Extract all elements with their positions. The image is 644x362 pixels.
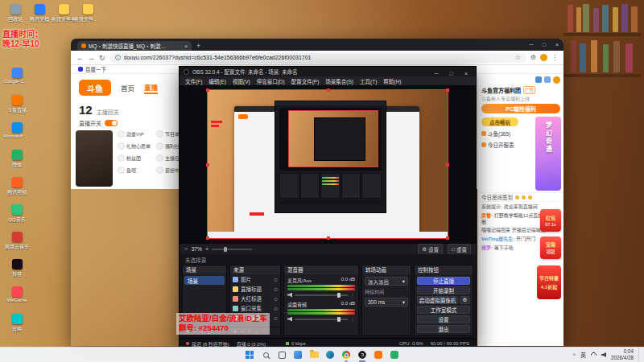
obs-close-button[interactable]: ×: [460, 71, 472, 76]
extensions-icon[interactable]: ⚙: [530, 54, 536, 61]
show-desktop-button[interactable]: [638, 348, 641, 362]
obs-taskbar-button[interactable]: [357, 350, 367, 360]
bookmark-star-icon[interactable]: ☆: [515, 54, 521, 61]
studio-mode-button[interactable]: 工作室模式: [417, 306, 470, 314]
input-language-button[interactable]: 英: [580, 351, 586, 359]
nav-home[interactable]: 首页: [121, 83, 134, 93]
edge-taskbar-button[interactable]: [325, 350, 335, 360]
douyu-taskbar-button[interactable]: [374, 350, 383, 360]
visibility-eye-icon[interactable]: ⊙: [274, 296, 278, 302]
bookmark-item[interactable]: 百度一下: [85, 65, 106, 73]
desktop-icon-qq-music[interactable]: QQ音乐: [3, 204, 31, 223]
preview-settings-button[interactable]: ⚙设置: [418, 244, 443, 255]
live-switch-toggle[interactable]: [105, 120, 118, 126]
daily-signin-row[interactable]: 今日房间签到: [478, 192, 564, 202]
menu-edit[interactable]: 编辑(E): [208, 77, 226, 85]
header-app-icon[interactable]: [544, 76, 551, 83]
desktop-icon-wegame[interactable]: WeGame: [3, 286, 31, 302]
menu-file[interactable]: 文件(F): [185, 77, 202, 85]
volume-icon[interactable]: [601, 352, 606, 357]
grid-item[interactable]: 鱼吧: [118, 167, 155, 174]
desktop-icon-folder2[interactable]: 新建文件夹 (2): [74, 4, 101, 23]
treasure-box-widget[interactable]: 宝箱领取: [540, 237, 561, 259]
search-button[interactable]: [261, 350, 270, 360]
forward-icon[interactable]: →: [88, 54, 95, 62]
new-tab-button[interactable]: +: [196, 42, 200, 50]
menu-help[interactable]: 帮助(H): [383, 77, 401, 85]
transition-select[interactable]: 淡入淡出▾: [365, 277, 408, 286]
file-explorer-button[interactable]: [309, 350, 319, 360]
settings-button[interactable]: 设置: [417, 315, 470, 323]
source-item[interactable]: 图片⊙: [230, 274, 280, 284]
visibility-eye-icon[interactable]: ⊙: [274, 277, 278, 282]
task-view-button[interactable]: [277, 350, 287, 360]
red-envelope-widget[interactable]: 红包67.1s: [540, 209, 561, 232]
zoom-slider[interactable]: [212, 249, 252, 250]
speaker-icon[interactable]: [287, 317, 292, 322]
reload-icon[interactable]: ↻: [99, 54, 105, 62]
start-virtual-camera-button[interactable]: 启动虚拟摄像机: [417, 296, 458, 304]
wifi-icon[interactable]: [590, 351, 598, 359]
visibility-eye-icon[interactable]: ⊙: [274, 315, 278, 321]
sale-banner[interactable]: 节日特惠4.1折起: [537, 265, 561, 299]
game-side-banner[interactable]: 梦幻奇遇: [535, 117, 561, 191]
obs-titlebar[interactable]: OBS 32.0.4 - 配置文件: 未命名 - 场景: 未命名 ─ □ ×: [180, 67, 476, 76]
desktop-icon-docs[interactable]: 腾讯文档: [26, 4, 53, 23]
grid-item[interactable]: 礼物心愿单: [118, 142, 155, 150]
clock[interactable]: 0:04 2026/4/28: [611, 348, 634, 361]
menu-scene-collection[interactable]: 场景集合(S): [325, 77, 353, 85]
wechat-taskbar-button[interactable]: [390, 350, 399, 360]
browser-tab[interactable]: MQ・刺激快感直播_MQ・刺激… ×: [77, 41, 192, 51]
grid-item[interactable]: 勋章VIP: [118, 130, 155, 138]
promo-row[interactable]: 斗鱼(365): [481, 130, 528, 138]
chrome-tabstrip[interactable]: MQ・刺激快感直播_MQ・刺激… × + ─ □ ×: [71, 39, 564, 51]
chrome-menu-icon[interactable]: ⋮: [551, 54, 558, 61]
desktop-icon-chrome[interactable]: Google Chrome: [3, 68, 31, 84]
start-button[interactable]: [245, 350, 254, 360]
site-info-icon[interactable]: i: [115, 55, 121, 60]
window-minimize-button[interactable]: ─: [525, 42, 538, 47]
zoom-in-button[interactable]: +: [205, 245, 209, 253]
chrome-taskbar-button[interactable]: [341, 350, 351, 360]
desktop-icon-jianying[interactable]: 剪映: [3, 314, 31, 332]
pc-welfare-banner[interactable]: PC端抢福利: [481, 104, 560, 113]
desktop-icon-recycle-bin[interactable]: 回收站: [2, 4, 29, 23]
volume-slider[interactable]: [295, 294, 348, 296]
scene-item[interactable]: 场景: [184, 276, 225, 285]
channel-menu-icon[interactable]: ⋮: [350, 292, 355, 298]
source-item[interactable]: 直播标题⊙: [230, 284, 280, 294]
desktop-icon-edge[interactable]: Microsoft Edge: [3, 122, 31, 138]
profile-avatar[interactable]: [540, 54, 547, 61]
volume-slider[interactable]: [295, 319, 348, 320]
source-item[interactable]: 大红标语⊙: [230, 294, 280, 303]
speaker-icon[interactable]: [287, 293, 292, 298]
start-recording-button[interactable]: 开始录制: [417, 286, 470, 294]
virtual-camera-settings-icon[interactable]: ⚙: [460, 296, 470, 304]
menu-tools[interactable]: 工具(T): [360, 77, 377, 85]
user-avatar[interactable]: [553, 76, 560, 84]
header-app-icon[interactable]: [535, 76, 542, 83]
douyu-logo[interactable]: 斗鱼: [79, 80, 111, 96]
zoom-out-button[interactable]: −: [184, 245, 188, 253]
obs-maximize-button[interactable]: □: [446, 71, 457, 76]
desktop-icon-wechat[interactable]: 微信: [3, 150, 31, 168]
desktop-icon-netease-music[interactable]: 网易云音乐: [3, 232, 31, 250]
grid-item[interactable]: 粉丝团: [118, 154, 155, 162]
desktop-icon-douyin[interactable]: 抖音: [3, 259, 31, 278]
channel-menu-icon[interactable]: ⋮: [350, 316, 355, 322]
preview-reset-button[interactable]: □重置: [448, 244, 471, 255]
stop-streaming-button[interactable]: 停止直播: [417, 277, 470, 285]
window-close-button[interactable]: ×: [551, 42, 564, 47]
menu-view[interactable]: 视图(V): [233, 77, 250, 85]
desktop-icon-folder[interactable]: 新建文件夹: [50, 4, 77, 23]
promo-row[interactable]: 今日开服表: [481, 141, 528, 149]
transition-duration-spinner[interactable]: 300 ms▾: [365, 298, 408, 306]
room-cover-card[interactable]: [76, 130, 113, 187]
exit-button[interactable]: 退出: [417, 325, 470, 333]
menu-docks[interactable]: 停靠窗口(D): [257, 77, 285, 85]
menu-profile[interactable]: 配置文件(P): [291, 77, 320, 85]
desktop-icon-douyu[interactable]: 斗鱼直播: [3, 95, 31, 113]
back-icon[interactable]: ←: [76, 54, 84, 62]
play-now-button[interactable]: 点击畅玩: [481, 117, 518, 126]
url-bar[interactable]: i douyu.com/226037?dyshid=c6c531-54e1563…: [109, 53, 526, 63]
